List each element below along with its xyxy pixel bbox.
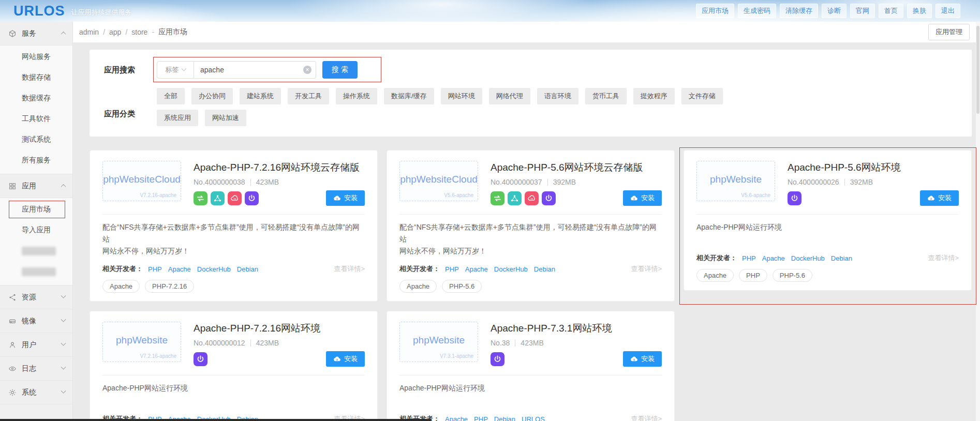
developer-link[interactable]: URLOS bbox=[522, 415, 545, 421]
chevron-down-icon bbox=[61, 388, 66, 394]
tag-chip[interactable]: PHP bbox=[739, 269, 767, 282]
sidebar-item-data-cache[interactable]: 数据缓存 bbox=[0, 88, 72, 109]
sidebar-apps-items: 应用市场 导入应用 bbox=[0, 198, 72, 285]
header-nav-genpassword-button[interactable]: 生成密码 bbox=[738, 4, 776, 18]
sidebar-group-images[interactable]: 镜像 bbox=[0, 309, 72, 333]
developer-link[interactable]: PHP bbox=[148, 265, 162, 273]
breadcrumb-admin[interactable]: admin bbox=[79, 28, 99, 36]
view-details-link[interactable]: 查看详情> bbox=[631, 264, 662, 274]
developer-link[interactable]: DockerHub bbox=[494, 265, 528, 273]
tag-chip[interactable]: PHP-5.6 bbox=[773, 269, 812, 282]
sidebar-group-users[interactable]: 用户 bbox=[0, 333, 72, 357]
view-details-link[interactable]: 查看详情> bbox=[631, 414, 662, 421]
category-chip[interactable]: 货币工具 bbox=[585, 88, 627, 104]
developer-link[interactable]: Apache bbox=[762, 254, 785, 262]
category-chip[interactable]: 办公协同 bbox=[191, 88, 233, 104]
category-chip[interactable]: 网站环境 bbox=[441, 88, 482, 104]
related-devs-label: 相关开发者： bbox=[696, 253, 737, 263]
developer-link[interactable]: Debian bbox=[494, 415, 515, 421]
sidebar-group-label: 资源 bbox=[22, 293, 36, 302]
search-label: 应用搜索 bbox=[104, 65, 143, 75]
chevron-down-icon bbox=[181, 66, 186, 71]
install-button[interactable]: 安装 bbox=[326, 351, 365, 367]
developer-link[interactable]: PHP bbox=[474, 415, 488, 421]
developer-link[interactable]: Apache bbox=[168, 265, 191, 273]
search-input[interactable] bbox=[194, 61, 316, 79]
category-chip-all[interactable]: 全部 bbox=[157, 88, 185, 104]
developer-link[interactable]: PHP bbox=[742, 254, 756, 262]
header-nav-clearcache-button[interactable]: 清除缓存 bbox=[780, 4, 818, 18]
category-chip[interactable]: 系统应用 bbox=[157, 110, 198, 126]
developer-link[interactable]: Debian bbox=[534, 265, 555, 273]
category-chip[interactable]: 网站加速 bbox=[205, 110, 246, 126]
app-title: Apache-PHP-7.3.1网站环境 bbox=[491, 322, 662, 335]
header-nav-home-button[interactable]: 首页 bbox=[879, 4, 903, 18]
tag-chip[interactable]: Apache bbox=[696, 269, 734, 282]
sidebar-item-redacted[interactable] bbox=[0, 261, 72, 282]
breadcrumb-store[interactable]: store bbox=[131, 28, 147, 36]
category-chip[interactable]: 提效程序 bbox=[633, 88, 675, 104]
header-nav-logout-button[interactable]: 退出 bbox=[936, 4, 960, 18]
install-button[interactable]: 安装 bbox=[920, 190, 959, 206]
sidebar-group-apps[interactable]: 应用 bbox=[0, 174, 72, 198]
search-button[interactable]: 搜 索 bbox=[322, 61, 358, 79]
category-chip[interactable]: 数据库/缓存 bbox=[384, 88, 434, 104]
header-nav-official-site-button[interactable]: 官网 bbox=[850, 4, 875, 18]
scrollbar-thumb[interactable] bbox=[976, 26, 979, 114]
sidebar-group-services[interactable]: 服务 bbox=[0, 22, 72, 46]
sidebar-item-tool-software[interactable]: 工具软件 bbox=[0, 109, 72, 129]
sidebar-item-all-services[interactable]: 所有服务 bbox=[0, 150, 72, 171]
sidebar-item-test-system[interactable]: 测试系统 bbox=[0, 129, 72, 150]
developer-link[interactable]: PHP bbox=[445, 265, 459, 273]
view-details-link[interactable]: 查看详情> bbox=[334, 264, 365, 274]
sidebar-group-system[interactable]: 系统 bbox=[0, 381, 72, 404]
category-chip[interactable]: 文件存储 bbox=[681, 88, 723, 104]
search-type-dropdown[interactable]: 标签 bbox=[157, 61, 194, 79]
view-details-link[interactable]: 查看详情> bbox=[928, 253, 959, 263]
sidebar-item-website-service[interactable]: 网站服务 bbox=[0, 47, 72, 67]
app-number: No.4000000026 bbox=[788, 178, 839, 186]
sidebar-group-resources[interactable]: 资源 bbox=[0, 285, 72, 309]
clear-input-icon[interactable]: × bbox=[303, 66, 311, 74]
app-meta: No.4000000037 392MB bbox=[491, 178, 662, 186]
app-logo-name: phpWebsiteCloud bbox=[400, 174, 478, 185]
tag-chip[interactable]: PHP-7.2.16 bbox=[145, 280, 194, 293]
sidebar-item-import-app[interactable]: 导入应用 bbox=[0, 220, 72, 240]
category-chip[interactable]: 语言环境 bbox=[537, 88, 578, 104]
developer-link[interactable]: Apache bbox=[465, 265, 488, 273]
developer-link[interactable]: Debian bbox=[237, 265, 258, 273]
vertical-scrollbar[interactable] bbox=[976, 22, 980, 421]
tag-chip[interactable]: Apache bbox=[102, 280, 140, 293]
divider bbox=[696, 214, 959, 215]
category-chip[interactable]: 操作系统 bbox=[336, 88, 377, 104]
cloud-download-icon bbox=[630, 355, 638, 363]
eye-icon bbox=[8, 365, 17, 373]
developer-link[interactable]: Debian bbox=[831, 254, 852, 262]
cloud-download-icon bbox=[630, 194, 638, 202]
tag-chip[interactable]: Apache bbox=[399, 280, 437, 293]
header-nav-appstore-button[interactable]: 应用市场 bbox=[696, 4, 734, 18]
header-nav-skin-button[interactable]: 换肤 bbox=[907, 4, 932, 18]
sidebar-group-logs[interactable]: 日志 bbox=[0, 357, 72, 381]
tag-chip[interactable]: PHP-5.6 bbox=[442, 280, 482, 293]
developer-link[interactable]: Apache bbox=[445, 415, 468, 421]
install-button[interactable]: 安装 bbox=[623, 190, 662, 206]
chevron-down-icon bbox=[61, 365, 66, 370]
category-chip[interactable]: 网络代理 bbox=[489, 88, 530, 104]
sidebar-item-data-storage[interactable]: 数据存储 bbox=[0, 67, 72, 88]
search-widget: 标签 × 搜 索 bbox=[157, 61, 358, 79]
header-nav-diagnose-button[interactable]: 诊断 bbox=[822, 4, 847, 18]
install-button[interactable]: 安装 bbox=[326, 190, 365, 206]
meta-divider bbox=[250, 340, 251, 347]
breadcrumb-app[interactable]: app bbox=[109, 28, 121, 36]
category-chip[interactable]: 开发工具 bbox=[288, 88, 329, 104]
sidebar-group-label: 服务 bbox=[22, 29, 36, 38]
app-manage-button[interactable]: 应用管理 bbox=[928, 24, 970, 40]
app-logo-version: V5.6-apache bbox=[444, 192, 473, 198]
developer-link[interactable]: DockerHub bbox=[197, 265, 231, 273]
sidebar-item-redacted[interactable] bbox=[0, 240, 72, 261]
install-button[interactable]: 安装 bbox=[623, 351, 662, 367]
developer-link[interactable]: DockerHub bbox=[791, 254, 825, 262]
sidebar-item-app-market[interactable]: 应用市场 bbox=[0, 199, 72, 220]
category-chip[interactable]: 建站系统 bbox=[240, 88, 281, 104]
